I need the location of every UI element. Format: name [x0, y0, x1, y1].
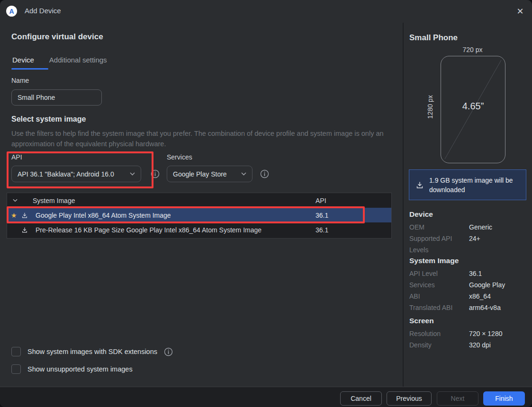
details-section-screen: Screen Resolution 720 × 1280 Density 320… — [409, 310, 528, 351]
detail-row: API Level 36.1 — [409, 268, 528, 279]
system-image-table: System Image API ★ Google Play Intel x86… — [7, 193, 392, 239]
system-image-api: 36.1 — [316, 226, 391, 234]
checkbox-label: Show system images with SDK extensions — [27, 348, 157, 355]
device-preview-title: Small Phone — [409, 33, 458, 43]
detail-row: Resolution 720 × 1280 — [409, 328, 528, 339]
detail-value: Generic — [469, 221, 492, 233]
name-input[interactable] — [11, 89, 102, 106]
system-image-api: 36.1 — [316, 212, 391, 219]
system-image-description: Use the filters to help find the system … — [11, 128, 388, 149]
column-header-system-image[interactable]: System Image — [25, 197, 316, 204]
star-icon[interactable]: ★ — [7, 212, 18, 219]
section-heading: Device — [409, 210, 528, 219]
services-dropdown-value: Google Play Store — [173, 170, 227, 178]
diagram-height-label: 1280 px — [426, 83, 434, 131]
download-note-text: 1.9 GB system image will be downloaded — [429, 176, 519, 195]
checkbox-label: Show unsupported system images — [27, 365, 133, 373]
column-header-api[interactable]: API — [316, 197, 391, 204]
active-tab-indicator — [11, 68, 48, 70]
sdk-extensions-checkbox[interactable] — [11, 347, 21, 356]
api-label: API — [11, 153, 22, 161]
details-section-system-image: System Image API Level 36.1 Services Goo… — [409, 250, 528, 313]
tab-bar: Device Additional settings — [11, 53, 108, 67]
android-studio-logo-icon: A — [6, 6, 17, 17]
window-title: Add Device — [25, 7, 61, 15]
footer-bar: Cancel Previous Next Finish — [0, 387, 532, 407]
logo-letter: A — [9, 8, 14, 15]
sdk-extensions-info-icon[interactable] — [164, 347, 173, 356]
detail-label: API Level — [409, 268, 469, 279]
tab-device[interactable]: Device — [11, 53, 35, 67]
download-icon — [18, 227, 32, 233]
finish-button[interactable]: Finish — [483, 391, 525, 406]
checkbox-row-unsupported: Show unsupported system images — [11, 364, 133, 374]
select-system-image-heading: Select system image — [11, 115, 86, 124]
detail-row: ABI x86_64 — [409, 291, 528, 302]
detail-row: Density 320 dpi — [409, 339, 528, 351]
section-heading: System Image — [409, 257, 528, 265]
previous-button[interactable]: Previous — [387, 391, 432, 406]
detail-row: OEM Generic — [409, 221, 528, 233]
system-image-name: Google Play Intel x86_64 Atom System Ima… — [32, 212, 316, 219]
detail-row: Services Google Play — [409, 279, 528, 291]
next-button[interactable]: Next — [437, 391, 478, 406]
chevron-down-icon — [130, 172, 135, 176]
panel-divider — [403, 23, 404, 387]
phone-diagram: 4.65” — [441, 56, 505, 163]
chevron-down-icon — [241, 172, 246, 176]
collapse-chevron-icon[interactable] — [7, 199, 25, 202]
detail-value: x86_64 — [469, 291, 491, 302]
close-icon[interactable]: ✕ — [515, 6, 525, 17]
detail-label: Services — [409, 279, 469, 291]
detail-label: Resolution — [409, 328, 469, 339]
details-section-device: Device OEM Generic Supported API Levels … — [409, 204, 528, 256]
download-size-note: 1.9 GB system image will be downloaded — [409, 169, 526, 200]
detail-label: ABI — [409, 291, 469, 302]
table-row[interactable]: Pre-Release 16 KB Page Size Google Play … — [7, 222, 391, 237]
table-header-row: System Image API — [7, 193, 391, 208]
add-device-dialog: A Add Device ✕ Configure virtual device … — [0, 0, 532, 407]
title-bar: A Add Device ✕ — [0, 0, 532, 23]
tab-additional-settings[interactable]: Additional settings — [48, 53, 108, 67]
detail-label: OEM — [409, 221, 469, 233]
detail-label: Density — [409, 339, 469, 351]
name-label: Name — [11, 77, 29, 84]
detail-value: 720 × 1280 — [469, 328, 502, 339]
detail-value: 36.1 — [469, 268, 482, 279]
api-dropdown[interactable]: API 36.1 "Baklava"; Android 16.0 — [11, 166, 141, 182]
services-info-icon[interactable] — [260, 169, 269, 178]
system-image-name: Pre-Release 16 KB Page Size Google Play … — [32, 226, 316, 234]
section-heading: Screen — [409, 317, 528, 325]
diagram-diagonal-label: 4.65” — [441, 101, 505, 112]
table-row[interactable]: ★ Google Play Intel x86_64 Atom System I… — [7, 208, 391, 222]
api-dropdown-value: API 36.1 "Baklava"; Android 16.0 — [18, 170, 114, 178]
download-icon — [18, 212, 32, 219]
services-label: Services — [167, 153, 192, 161]
unsupported-images-checkbox[interactable] — [11, 364, 21, 374]
checkbox-row-sdk-extensions: Show system images with SDK extensions — [11, 347, 173, 356]
services-dropdown[interactable]: Google Play Store — [167, 166, 252, 182]
cancel-button[interactable]: Cancel — [340, 391, 382, 406]
diagram-width-label: 720 px — [441, 46, 505, 53]
detail-value: Google Play — [469, 279, 505, 291]
page-title: Configure virtual device — [11, 32, 103, 42]
download-icon — [416, 181, 424, 189]
api-info-icon[interactable] — [151, 169, 160, 178]
detail-value: 320 dpi — [469, 339, 491, 351]
